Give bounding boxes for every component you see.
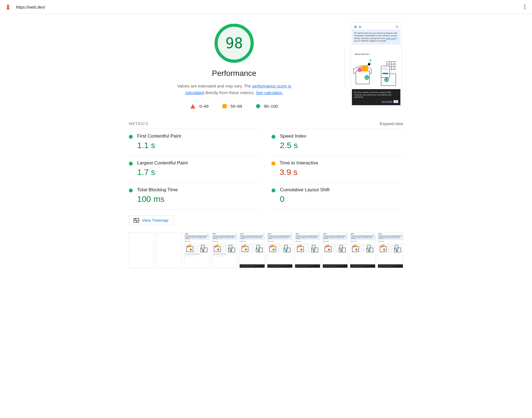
legend-average: 50–89 <box>222 104 242 109</box>
metric-name: Cumulative Layout Shift <box>280 187 330 193</box>
circle-icon <box>272 135 275 139</box>
preview-header <box>352 24 400 30</box>
preview-banner: We want to hear from you! We are looking… <box>352 30 400 45</box>
metric-name: Total Blocking Time <box>137 187 178 193</box>
score-legend: 0–49 50–89 90–100 <box>129 104 339 109</box>
legend-fail-label: 0–49 <box>199 104 208 109</box>
preview-apply-link: Apply now <box>386 37 395 39</box>
metric-row: First Contentful Paint1.1 s <box>129 129 260 156</box>
metric-name: Speed Index <box>280 133 306 139</box>
desc-text-1: Values are estimated and may vary. The <box>177 84 252 88</box>
score-number: 98 <box>225 35 243 51</box>
metric-name: Largest Contentful Paint <box>137 160 188 166</box>
overflow-menu-button[interactable] <box>523 3 527 11</box>
circle-icon <box>129 189 133 192</box>
preview-menu-icon <box>354 26 357 28</box>
performance-gauge: 98 <box>129 22 339 64</box>
circle-icon <box>256 104 260 108</box>
metric-name: Time to Interactive <box>280 160 318 166</box>
expand-view-button[interactable]: Expand view <box>380 121 403 126</box>
metric-row: Time to Interactive3.9 s <box>272 156 403 182</box>
treemap-label: View Treemap <box>142 218 168 223</box>
view-treemap-button[interactable]: View Treemap <box>129 215 173 225</box>
summary-section: 98 Performance Values are estimated and … <box>129 22 403 109</box>
metric-value: 2.5 s <box>280 141 306 150</box>
filmstrip-thumbnail[interactable]: We want to hear from you! We are looking… <box>184 233 210 268</box>
circle-icon <box>272 189 275 192</box>
legend-avg-label: 50–89 <box>231 104 242 109</box>
metric-row: Speed Index2.5 s <box>272 129 403 156</box>
circle-icon <box>129 162 133 166</box>
metric-name: First Contentful Paint <box>137 133 181 139</box>
metric-value: 3.9 s <box>280 167 318 177</box>
preview-more-details-link: More details <box>382 100 392 103</box>
filmstrip-thumbnail[interactable]: We want to hear from you! We are looking… <box>350 233 375 268</box>
preview-illustration <box>354 59 398 87</box>
lighthouse-icon <box>5 4 11 10</box>
page-header: https://web.dev/ <box>0 0 532 14</box>
device-preview: We want to hear from you! We are looking… <box>351 22 402 107</box>
header-left: https://web.dev/ <box>5 4 45 10</box>
page-url[interactable]: https://web.dev/ <box>16 5 45 9</box>
preview-column: We want to hear from you! We are looking… <box>351 22 403 107</box>
filmstrip-thumbnail[interactable]: We want to hear from you! We are looking… <box>212 233 237 268</box>
preview-cookie-banner: We serve cookies on this site to analyze… <box>352 89 400 105</box>
metric-value: 100 ms <box>137 194 178 204</box>
preview-cookie-text: We serve cookies on this site to analyze… <box>354 91 398 99</box>
metric-value: 0 <box>280 194 330 204</box>
filmstrip: We want to hear from you! We are looking… <box>129 233 403 268</box>
square-icon <box>222 104 227 108</box>
see-calculator-link[interactable]: See calculator. <box>256 90 283 95</box>
metrics-header: METRICS Expand view <box>129 121 403 129</box>
svg-rect-0 <box>7 6 9 7</box>
score-column: 98 Performance Values are estimated and … <box>129 22 339 109</box>
filmstrip-thumbnail[interactable]: We want to hear from you! We are looking… <box>295 233 320 268</box>
treemap-icon <box>134 218 139 223</box>
square-icon <box>272 162 275 165</box>
preview-about-heading: About web.dev <box>352 45 400 58</box>
metrics-title: METRICS <box>129 122 148 126</box>
metric-value: 1.1 s <box>137 141 181 150</box>
filmstrip-thumbnail[interactable]: We want to hear from you! We are looking… <box>239 233 265 268</box>
legend-fail: 0–49 <box>190 104 208 109</box>
filmstrip-thumbnail[interactable]: We want to hear from you! We are looking… <box>323 233 348 268</box>
preview-ok-button: OK <box>393 100 398 103</box>
filmstrip-thumbnail[interactable]: We want to hear from you! We are looking… <box>267 233 293 268</box>
metric-row: Total Blocking Time100 ms <box>129 182 260 210</box>
filmstrip-thumbnail[interactable] <box>157 233 182 268</box>
filmstrip-thumbnail[interactable] <box>129 233 154 268</box>
triangle-icon <box>190 104 195 109</box>
preview-search-icon <box>396 25 398 28</box>
circle-icon <box>129 135 133 139</box>
metrics-grid: First Contentful Paint1.1 sSpeed Index2.… <box>129 129 403 210</box>
score-description: Values are estimated and may vary. The p… <box>173 83 295 96</box>
filmstrip-thumbnail[interactable]: We want to hear from you! We are looking… <box>378 233 403 268</box>
metric-row: Largest Contentful Paint1.7 s <box>129 156 260 182</box>
legend-pass: 90–100 <box>256 104 278 109</box>
metric-value: 1.7 s <box>137 167 188 177</box>
metric-row: Cumulative Layout Shift0 <box>272 182 403 210</box>
category-title: Performance <box>129 69 339 78</box>
desc-text-2: directly from these metrics. <box>204 90 256 95</box>
legend-pass-label: 90–100 <box>264 104 278 109</box>
preview-logo-icon <box>359 26 361 28</box>
vertical-divider <box>345 47 345 86</box>
main-container: 98 Performance Values are estimated and … <box>129 22 403 279</box>
